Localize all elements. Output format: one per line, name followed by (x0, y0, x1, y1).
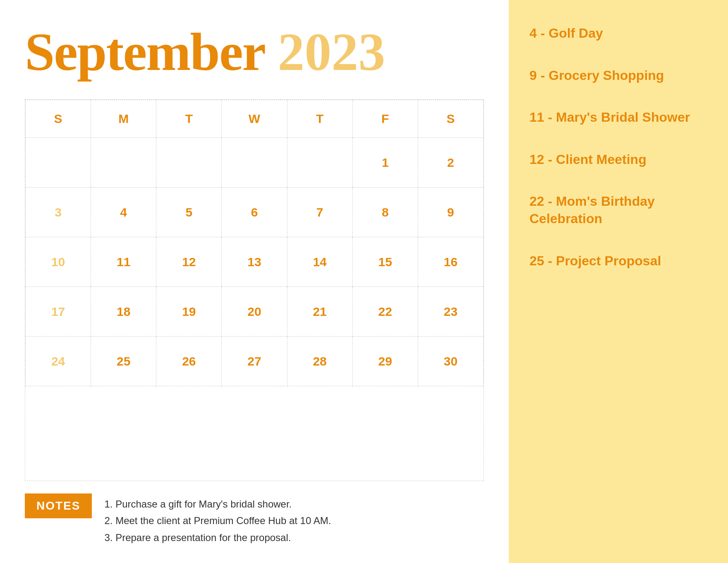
calendar-day (156, 138, 222, 188)
calendar-day: 29 (352, 337, 418, 386)
calendar-day: 15 (352, 237, 418, 287)
calendar-week-row: 10111213141516 (26, 237, 484, 287)
year-title: 2023 (278, 21, 385, 83)
calendar-day: 21 (287, 287, 352, 337)
notes-label: NOTES (25, 493, 92, 518)
calendar-day: 23 (418, 287, 483, 337)
day-header: M (91, 100, 156, 138)
calendar-day: 1 (352, 138, 418, 188)
sidebar-event: 22 - Mom's Birthday Celebration (529, 193, 707, 227)
calendar-container: SMTWTFS 12345678910111213141516171819202… (25, 99, 484, 481)
notes-section: NOTES 1. Purchase a gift for Mary's brid… (25, 493, 484, 546)
calendar-day: 19 (156, 287, 222, 337)
calendar-day: 22 (352, 287, 418, 337)
calendar-day: 30 (418, 337, 483, 386)
calendar-day (91, 138, 156, 188)
calendar-day: 11 (91, 237, 156, 287)
calendar-day: 27 (222, 337, 287, 386)
calendar-body: 1234567891011121314151617181920212223242… (26, 138, 484, 386)
calendar-week-row: 3456789 (26, 188, 484, 237)
calendar-week-row: 17181920212223 (26, 287, 484, 337)
calendar-day: 18 (91, 287, 156, 337)
calendar-day (287, 138, 352, 188)
calendar-day: 10 (26, 237, 91, 287)
notes-text: 1. Purchase a gift for Mary's bridal sho… (104, 493, 331, 546)
calendar-day (222, 138, 287, 188)
sidebar-event: 4 - Golf Day (529, 25, 707, 42)
title-row: September 2023 (25, 21, 484, 83)
calendar-day: 4 (91, 188, 156, 237)
day-header: S (418, 100, 483, 138)
day-header: T (156, 100, 222, 138)
note-item: 1. Purchase a gift for Mary's bridal sho… (104, 496, 331, 513)
calendar-day: 26 (156, 337, 222, 386)
sidebar-event: 9 - Grocery Shopping (529, 67, 707, 84)
calendar-day: 7 (287, 188, 352, 237)
calendar-day: 14 (287, 237, 352, 287)
month-title: September (25, 21, 265, 83)
calendar-week-row: 24252627282930 (26, 337, 484, 386)
note-item: 2. Meet the client at Premium Coffee Hub… (104, 512, 331, 529)
calendar-day (26, 138, 91, 188)
day-header: F (352, 100, 418, 138)
calendar-day: 25 (91, 337, 156, 386)
sidebar-event: 11 - Mary's Bridal Shower (529, 109, 707, 126)
day-header: W (222, 100, 287, 138)
sidebar-event: 12 - Client Meeting (529, 151, 707, 168)
calendar-day: 17 (26, 287, 91, 337)
calendar-day: 24 (26, 337, 91, 386)
day-headers-row: SMTWTFS (26, 100, 484, 138)
day-header: T (287, 100, 352, 138)
sidebar-event: 25 - Project Proposal (529, 253, 707, 270)
calendar-day: 8 (352, 188, 418, 237)
main-content: September 2023 SMTWTFS 12345678910111213… (0, 0, 509, 563)
calendar-day: 3 (26, 188, 91, 237)
day-header: S (26, 100, 91, 138)
calendar-day: 6 (222, 188, 287, 237)
calendar-day: 28 (287, 337, 352, 386)
calendar-day: 13 (222, 237, 287, 287)
calendar-day: 16 (418, 237, 483, 287)
calendar-week-row: 12 (26, 138, 484, 188)
calendar-day: 12 (156, 237, 222, 287)
calendar-day: 9 (418, 188, 483, 237)
calendar-grid: SMTWTFS 12345678910111213141516171819202… (25, 100, 484, 386)
note-item: 3. Prepare a presentation for the propos… (104, 529, 331, 546)
calendar-day: 2 (418, 138, 483, 188)
calendar-day: 5 (156, 188, 222, 237)
sidebar: 4 - Golf Day9 - Grocery Shopping11 - Mar… (509, 0, 728, 563)
calendar-day: 20 (222, 287, 287, 337)
